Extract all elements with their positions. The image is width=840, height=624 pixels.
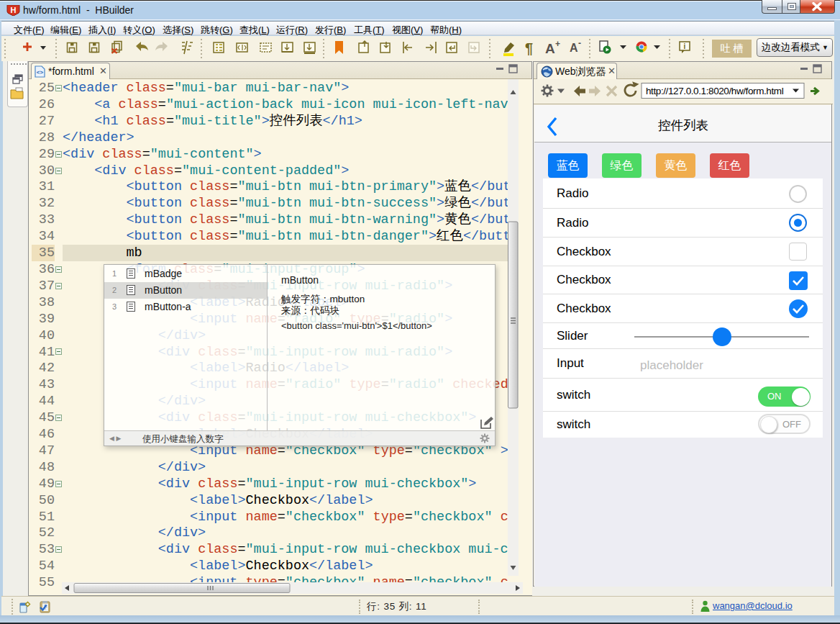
svg-text:-: - — [578, 38, 581, 48]
svg-text:+: + — [555, 39, 560, 49]
svg-text:H: H — [11, 6, 17, 14]
svg-text:<>: <> — [37, 69, 44, 76]
svg-text:A: A — [570, 42, 578, 54]
svg-text:A: A — [545, 41, 555, 56]
svg-text:i: i — [684, 42, 686, 50]
svg-text:http://127.0.0.1:8020/hw/form.: http://127.0.0.1:8020/hw/form.html — [646, 86, 784, 96]
svg-text:¶: ¶ — [525, 40, 533, 56]
